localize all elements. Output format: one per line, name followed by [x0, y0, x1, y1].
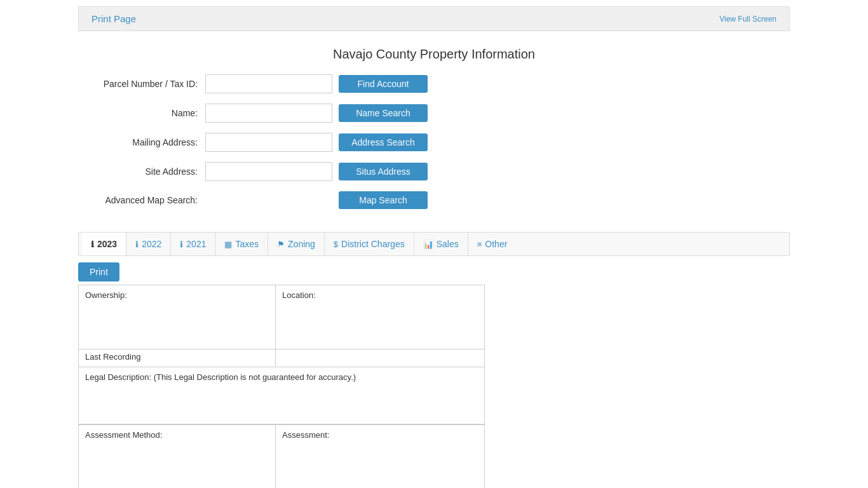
ownership-cell: Ownership: [79, 285, 276, 349]
tab-2021[interactable]: ℹ 2021 [171, 233, 215, 255]
tab-taxes[interactable]: ▦ Taxes [215, 233, 268, 255]
tab-2021-label: 2021 [186, 239, 206, 249]
parcel-row: Parcel Number / Tax ID: Find Account [91, 74, 777, 93]
name-search-button[interactable]: Name Search [339, 104, 428, 122]
mailing-address-input[interactable] [205, 133, 332, 152]
advanced-map-label: Advanced Map Search: [91, 195, 205, 205]
tab-sales-label: Sales [437, 239, 459, 249]
search-form: Parcel Number / Tax ID: Find Account Nam… [78, 74, 790, 232]
dollar-icon-district: $ [334, 240, 338, 249]
view-full-screen-link[interactable]: View Full Screen [719, 15, 776, 24]
mailing-address-row: Mailing Address: Address Search [91, 133, 777, 152]
parcel-label: Parcel Number / Tax ID: [91, 79, 205, 89]
tab-zoning-label: Zoning [288, 239, 315, 249]
address-search-button[interactable]: Address Search [339, 133, 428, 151]
tab-district-label: District Charges [341, 239, 405, 249]
ownership-location-row: Ownership: Location: [79, 285, 484, 349]
tab-2023-label: 2023 [97, 239, 117, 249]
map-search-button[interactable]: Map Search [339, 191, 428, 209]
legal-description-label: Legal Description: (This Legal Descripti… [85, 372, 478, 382]
tab-district-charges[interactable]: $ District Charges [325, 233, 414, 255]
tab-2023[interactable]: ℹ 2023 [82, 233, 126, 255]
legal-description-cell: Legal Description: (This Legal Descripti… [79, 367, 484, 424]
flag-icon-zoning: ⚑ [277, 240, 285, 249]
ownership-label: Ownership: [85, 290, 269, 300]
info-icon-2022: ℹ [135, 240, 139, 249]
tab-sales[interactable]: 📊 Sales [414, 233, 468, 255]
name-input[interactable] [205, 104, 332, 123]
parcel-input[interactable] [205, 74, 332, 93]
assessment-cell: Assessment: [276, 425, 484, 488]
legal-description-row: Legal Description: (This Legal Descripti… [79, 367, 484, 425]
info-icon-2023: ℹ [91, 240, 94, 249]
assessment-method-label: Assessment Method: [85, 430, 269, 440]
assessment-row: Assessment Method: Assessment: [79, 425, 484, 488]
site-address-row: Site Address: Situs Address [91, 162, 777, 181]
list-icon-other: ≡ [477, 240, 482, 249]
tab-zoning[interactable]: ⚑ Zoning [268, 233, 325, 255]
property-table: Ownership: Location: Last Recording Lega… [78, 285, 485, 488]
print-page-link[interactable]: Print Page [92, 13, 136, 24]
name-label: Name: [91, 108, 205, 118]
assessment-method-cell: Assessment Method: [79, 425, 276, 488]
tab-other-label: Other [485, 239, 507, 249]
tab-taxes-label: Taxes [235, 239, 259, 249]
tab-other[interactable]: ≡ Other [468, 233, 517, 255]
table-icon-taxes: ▦ [224, 240, 232, 249]
header-bar: Print Page View Full Screen [78, 6, 790, 31]
tab-2022[interactable]: ℹ 2022 [126, 233, 171, 255]
find-account-button[interactable]: Find Account [339, 75, 428, 93]
last-recording-label: Last Recording [79, 349, 276, 367]
last-recording-row: Last Recording [79, 349, 484, 367]
assessment-label: Assessment: [282, 430, 478, 440]
location-label: Location: [282, 290, 478, 300]
page-title: Navajo County Property Information [78, 37, 790, 74]
situs-address-button[interactable]: Situs Address [339, 163, 428, 180]
info-icon-2021: ℹ [180, 240, 183, 249]
site-address-input[interactable] [205, 162, 332, 181]
print-button[interactable]: Print [78, 262, 119, 281]
map-search-row: Advanced Map Search: Map Search [91, 191, 777, 209]
chart-icon-sales: 📊 [423, 240, 433, 249]
site-address-label: Site Address: [91, 166, 205, 177]
name-row: Name: Name Search [91, 104, 777, 123]
tab-2022-label: 2022 [142, 239, 161, 249]
location-cell: Location: [276, 285, 484, 349]
tabs-bar: ℹ 2023 ℹ 2022 ℹ 2021 ▦ Taxes ⚑ Zoning $ … [78, 232, 790, 256]
mailing-address-label: Mailing Address: [91, 137, 205, 147]
